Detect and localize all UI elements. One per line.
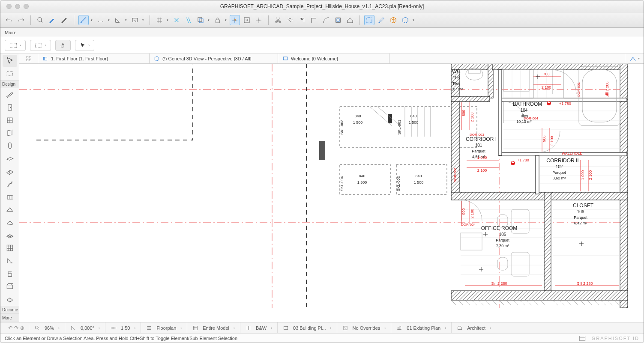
tab-grid-icon[interactable] xyxy=(19,54,38,63)
svg-text:101: 101 xyxy=(475,143,482,148)
svg-rect-67 xyxy=(492,64,627,70)
morph-tool[interactable] xyxy=(3,255,17,267)
model-control[interactable]: Entire Model› xyxy=(187,322,240,333)
trim-icon[interactable] xyxy=(285,15,295,25)
frame-icon[interactable] xyxy=(333,15,343,25)
mesh-tool[interactable] xyxy=(3,230,17,242)
angle-icon[interactable] xyxy=(113,15,123,25)
fillet-icon[interactable] xyxy=(321,15,331,25)
marquee-tool[interactable] xyxy=(3,68,17,80)
tab-overflow-icon[interactable]: ▾ xyxy=(625,54,644,63)
eyedropper-button[interactable] xyxy=(47,15,57,25)
ruler-button[interactable] xyxy=(78,15,89,25)
svg-rect-24 xyxy=(8,274,11,277)
curtain-tool[interactable] xyxy=(3,217,17,229)
section-docume: Docume xyxy=(0,306,19,314)
svg-text:CORRIDOR II: CORRIDOR II xyxy=(546,158,578,164)
tab-label: Welcome [0 Welcome] xyxy=(291,56,338,61)
tab-welcome[interactable]: Welcome [0 Welcome] xyxy=(278,54,389,63)
zoom-control[interactable]: 96%› xyxy=(29,322,65,333)
svg-rect-6 xyxy=(216,20,220,23)
adjust-icon[interactable] xyxy=(297,15,307,25)
viewtype-control[interactable]: Floorplan› xyxy=(141,322,187,333)
arrow-mode-btn[interactable]: › xyxy=(75,40,94,51)
stair-tool[interactable] xyxy=(3,178,17,190)
slab-tool[interactable] xyxy=(3,152,17,164)
subheader: Main: xyxy=(0,28,644,37)
railing-tool[interactable] xyxy=(3,191,17,203)
svg-text:+1,780: +1,780 xyxy=(559,101,571,106)
intersect-icon[interactable] xyxy=(309,15,319,25)
scale-value: 1:50 xyxy=(121,325,130,331)
marquee-mode-btn[interactable]: › xyxy=(5,40,26,51)
close-icon[interactable] xyxy=(6,4,12,9)
maximize-icon[interactable] xyxy=(24,4,29,9)
svg-text:700: 700 xyxy=(543,72,549,76)
tab-first-floor[interactable]: 1. First Floor [1. First Floor] xyxy=(38,54,150,63)
beam-tool[interactable] xyxy=(3,140,17,152)
layer-icon[interactable] xyxy=(195,15,206,25)
grid-icon[interactable] xyxy=(154,15,165,25)
override-control[interactable]: No Overrides› xyxy=(337,322,392,333)
role-control[interactable]: Architect› xyxy=(452,322,496,333)
chevron-icon[interactable]: ▾ xyxy=(207,18,211,22)
lock-icon[interactable] xyxy=(213,15,223,25)
roof-tool[interactable] xyxy=(3,165,17,177)
column-tool[interactable] xyxy=(3,127,17,139)
svg-text:2 100: 2 100 xyxy=(477,168,487,173)
undo-button[interactable] xyxy=(4,15,14,25)
chevron-icon[interactable]: ▾ xyxy=(124,18,128,22)
coord-icon[interactable]: xy xyxy=(130,15,140,25)
penset-control[interactable]: B&W› xyxy=(240,322,278,333)
chevron-icon[interactable]: ▾ xyxy=(107,18,111,22)
scale-control[interactable]: 1:50› xyxy=(105,322,141,333)
angle-control[interactable]: 0,000°› xyxy=(65,322,105,333)
svg-text:SKL-004: SKL-004 xyxy=(340,176,344,191)
nav-back-icon[interactable]: ↶ xyxy=(8,325,12,331)
selection-mode-btn[interactable]: › xyxy=(30,40,51,51)
measure-icon[interactable] xyxy=(96,15,106,25)
svg-text:106: 106 xyxy=(577,209,584,214)
home-icon[interactable] xyxy=(345,15,355,25)
cube-icon[interactable] xyxy=(388,15,398,25)
snap-guides-icon[interactable] xyxy=(230,15,240,25)
snap-icon[interactable] xyxy=(171,15,182,25)
workplan-value: 01 Existing Plan xyxy=(407,325,440,331)
svg-rect-70 xyxy=(544,192,551,295)
wall-tool[interactable] xyxy=(3,89,17,101)
svg-text:840: 840 xyxy=(359,174,365,178)
marquee-icon[interactable] xyxy=(364,15,374,25)
object-tool[interactable] xyxy=(3,268,17,280)
nav-fwd-icon[interactable]: ↷ xyxy=(14,325,18,331)
buildplan-control[interactable]: 03 Building Pl...› xyxy=(278,322,337,333)
window-tool[interactable] xyxy=(3,114,17,126)
zone-tool[interactable] xyxy=(3,280,17,292)
pick-button[interactable] xyxy=(35,15,45,25)
shell-tool[interactable] xyxy=(3,204,17,216)
workplan-control[interactable]: 01 Existing Plan› xyxy=(391,322,452,333)
cwgrid-tool[interactable] xyxy=(3,242,17,254)
cube2-icon[interactable] xyxy=(400,15,410,25)
chevron-icon[interactable]: ▾ xyxy=(165,18,170,22)
parallel-icon[interactable] xyxy=(183,15,194,25)
cut-icon[interactable] xyxy=(273,15,283,25)
tab-3d-view[interactable]: (!) General 3D View - Perspective [3D / … xyxy=(150,54,278,63)
floorplan-canvas[interactable]: SKL-003 840 1 500 SKL-001 840 1 500 SKL-… xyxy=(19,64,644,322)
layout-icon[interactable] xyxy=(579,335,586,341)
door-tool[interactable] xyxy=(3,101,17,113)
edit-mode-icon[interactable] xyxy=(376,15,386,25)
zoom-fit-icon[interactable]: ⊕ xyxy=(20,325,24,331)
hand-tool-btn[interactable] xyxy=(55,40,71,51)
arrow-tool[interactable] xyxy=(3,55,17,67)
skylight-tool[interactable] xyxy=(3,293,17,305)
chevron-icon[interactable]: ▾ xyxy=(141,18,145,22)
origin-icon[interactable] xyxy=(254,15,264,25)
chevron-icon[interactable]: ▾ xyxy=(411,18,416,22)
chevron-icon[interactable]: ▾ xyxy=(224,18,228,22)
redo-button[interactable] xyxy=(16,15,26,25)
svg-text:2 100: 2 100 xyxy=(588,170,593,180)
minimize-icon[interactable] xyxy=(15,4,20,9)
grid-num-icon[interactable]: 12 xyxy=(242,15,252,25)
chevron-icon[interactable]: ▾ xyxy=(90,18,94,22)
inject-button[interactable] xyxy=(59,15,69,25)
